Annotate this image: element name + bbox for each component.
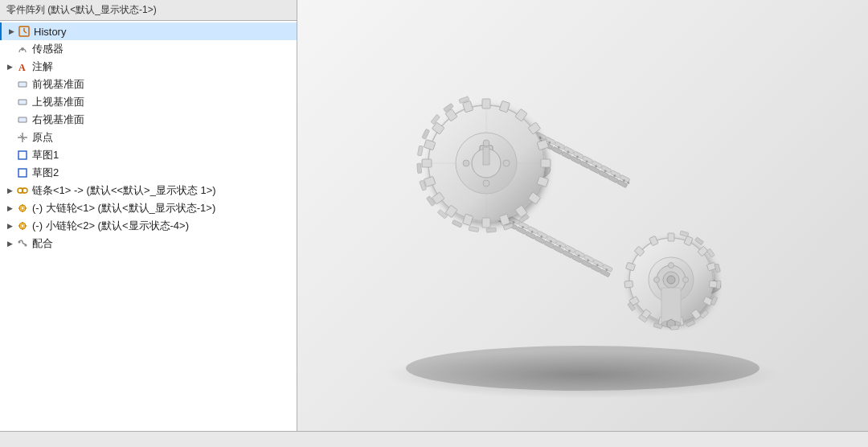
svg-point-13 bbox=[18, 188, 23, 193]
svg-point-14 bbox=[23, 188, 27, 193]
right-plane-label: 右视基准面 bbox=[32, 113, 84, 127]
expand-arrow-chain[interactable] bbox=[3, 184, 16, 197]
svg-point-184 bbox=[669, 263, 674, 269]
expand-arrow-big-sprocket[interactable] bbox=[3, 202, 16, 215]
tree-item-origin[interactable]: 原点 bbox=[0, 129, 297, 146]
svg-rect-194 bbox=[714, 264, 720, 273]
large-sprocket bbox=[422, 99, 551, 228]
svg-point-142 bbox=[483, 140, 489, 146]
svg-rect-11 bbox=[18, 151, 27, 159]
tree-item-sketch1[interactable]: 草图1 bbox=[0, 146, 297, 164]
svg-rect-175 bbox=[624, 281, 633, 288]
svg-text:A: A bbox=[18, 62, 26, 72]
svg-point-181 bbox=[683, 277, 689, 283]
chain-label: 链条<1> -> (默认<<默认>_显示状态 1>) bbox=[32, 183, 216, 198]
svg-rect-193 bbox=[706, 248, 714, 257]
history-label: History bbox=[34, 26, 66, 38]
origin-icon bbox=[16, 131, 29, 144]
tree-item-sensor[interactable]: 传感器 bbox=[0, 40, 297, 58]
tree-item-big-sprocket[interactable]: (-) 大链轮<1> (默认<默认_显示状态-1>) bbox=[0, 199, 297, 217]
svg-marker-7 bbox=[18, 117, 27, 122]
chain-drive-svg bbox=[350, 23, 816, 408]
sketch1-label: 草图1 bbox=[32, 148, 59, 162]
front-plane-label: 前视基准面 bbox=[32, 77, 84, 92]
tree-item-mate[interactable]: 配合 bbox=[0, 235, 297, 252]
tree-item-front-plane[interactable]: 前视基准面 bbox=[0, 76, 297, 93]
sensor-label: 传感器 bbox=[32, 42, 63, 56]
svg-marker-5 bbox=[18, 82, 27, 87]
right-plane-icon bbox=[16, 113, 29, 126]
tree-item-chain[interactable]: 链条<1> -> (默认<<默认>_显示状态 1>) bbox=[0, 182, 297, 199]
annotation-label: 注解 bbox=[32, 59, 53, 74]
svg-point-30 bbox=[25, 244, 27, 247]
svg-rect-191 bbox=[680, 231, 689, 236]
svg-rect-157 bbox=[469, 227, 479, 232]
tree-item-sketch2[interactable]: 草图2 bbox=[0, 164, 297, 182]
top-plane-label: 上视基准面 bbox=[32, 95, 84, 109]
sketch2-icon bbox=[16, 166, 29, 179]
panel-title: 零件阵列 (默认<默认_显示状态-1>) bbox=[0, 0, 297, 21]
svg-point-24 bbox=[21, 224, 24, 228]
svg-point-139 bbox=[503, 160, 510, 166]
front-plane-icon bbox=[16, 78, 29, 91]
tree-item-history[interactable]: History bbox=[0, 23, 297, 40]
svg-rect-155 bbox=[437, 210, 447, 219]
chain-icon bbox=[16, 184, 29, 197]
small-sprocket-icon bbox=[16, 219, 29, 232]
svg-rect-149 bbox=[431, 114, 440, 124]
sensor-icon bbox=[16, 43, 29, 55]
svg-point-29 bbox=[18, 241, 21, 244]
mate-label: 配合 bbox=[32, 236, 53, 251]
svg-rect-152 bbox=[417, 163, 422, 173]
svg-rect-199 bbox=[670, 325, 678, 330]
annotation-icon: A bbox=[16, 60, 29, 73]
origin-label: 原点 bbox=[32, 130, 53, 145]
status-bar bbox=[0, 431, 868, 447]
small-sprocket-label: (-) 小链轮<2> (默认<显示状态-4>) bbox=[32, 219, 189, 233]
sketch2-label: 草图2 bbox=[32, 166, 59, 180]
tree-item-small-sprocket[interactable]: (-) 小链轮<2> (默认<显示状态-4>) bbox=[0, 217, 297, 235]
top-plane-icon bbox=[16, 96, 29, 109]
expand-arrow-history[interactable] bbox=[5, 25, 18, 38]
svg-point-140 bbox=[463, 160, 469, 166]
left-panel: 零件阵列 (默认<默认_显示状态-1>) History bbox=[0, 0, 297, 431]
cad-viewport[interactable] bbox=[297, 0, 868, 431]
cad-view bbox=[350, 23, 816, 408]
svg-rect-164 bbox=[668, 233, 674, 241]
tree-item-right-plane[interactable]: 右视基准面 bbox=[0, 111, 297, 129]
ground-shadow bbox=[406, 346, 760, 391]
svg-rect-187 bbox=[661, 288, 681, 324]
big-sprocket-label: (-) 大链轮<1> (默认<默认_显示状态-1>) bbox=[32, 201, 215, 215]
svg-rect-156 bbox=[452, 219, 462, 228]
svg-rect-158 bbox=[486, 228, 496, 232]
svg-rect-198 bbox=[686, 320, 695, 327]
expand-arrow-mate[interactable] bbox=[3, 237, 16, 250]
svg-marker-6 bbox=[18, 100, 27, 105]
history-icon bbox=[18, 25, 31, 38]
svg-rect-138 bbox=[483, 147, 489, 165]
tree-container[interactable]: History 传感器 A bbox=[0, 21, 297, 431]
sketch1-icon bbox=[16, 149, 29, 162]
mate-icon bbox=[16, 237, 29, 250]
svg-rect-150 bbox=[422, 129, 430, 139]
expand-arrow-annotation[interactable] bbox=[3, 60, 16, 73]
big-sprocket-icon bbox=[16, 202, 29, 215]
svg-point-18 bbox=[21, 207, 24, 210]
main-layout: 零件阵列 (默认<默认_显示状态-1>) History bbox=[0, 0, 868, 431]
svg-point-182 bbox=[654, 277, 660, 283]
svg-line-2 bbox=[24, 31, 27, 33]
tree-item-annotation[interactable]: A 注解 bbox=[0, 58, 297, 76]
svg-rect-12 bbox=[18, 169, 27, 177]
svg-point-186 bbox=[667, 276, 675, 284]
svg-rect-195 bbox=[716, 281, 721, 289]
svg-rect-151 bbox=[417, 146, 423, 156]
svg-rect-197 bbox=[700, 310, 709, 318]
tree-item-top-plane[interactable]: 上视基准面 bbox=[0, 93, 297, 111]
expand-arrow-small-sprocket[interactable] bbox=[3, 219, 16, 232]
svg-rect-192 bbox=[694, 237, 703, 245]
svg-point-141 bbox=[483, 180, 489, 187]
